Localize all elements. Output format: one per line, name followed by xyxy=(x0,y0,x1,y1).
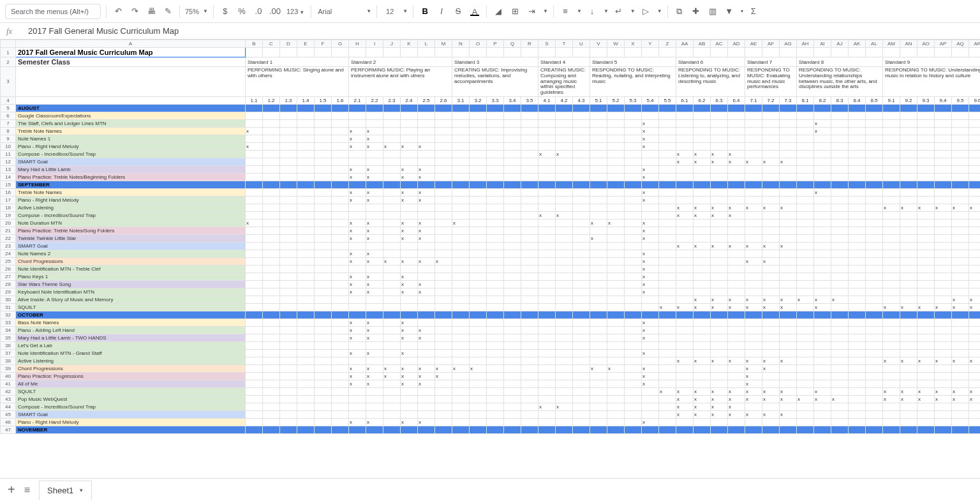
cell[interactable] xyxy=(745,150,762,158)
cell[interactable] xyxy=(694,380,711,387)
cell[interactable] xyxy=(504,165,521,173)
cell[interactable] xyxy=(607,357,625,364)
cell[interactable] xyxy=(538,204,556,211)
col-header[interactable]: AI xyxy=(814,40,831,48)
cell[interactable] xyxy=(383,426,401,433)
cell[interactable] xyxy=(487,410,504,418)
cell[interactable] xyxy=(504,181,521,188)
cell-label[interactable]: SQUILT xyxy=(16,303,246,311)
cell-label[interactable]: The Staff, Clefs and Ledger Lines MTN xyxy=(16,119,246,127)
cell[interactable] xyxy=(849,295,866,303)
cell[interactable]: x xyxy=(349,372,366,380)
cell[interactable] xyxy=(607,349,625,357)
cell[interactable] xyxy=(383,288,401,295)
cell[interactable]: x xyxy=(366,135,383,142)
cell[interactable] xyxy=(935,142,952,150)
cell[interactable] xyxy=(969,211,981,219)
cell[interactable] xyxy=(418,135,435,142)
cell[interactable]: x xyxy=(728,204,745,211)
cell[interactable]: x xyxy=(676,403,694,410)
cell[interactable] xyxy=(694,334,711,341)
row-header[interactable]: 38 xyxy=(1,357,16,364)
col-header[interactable]: AQ xyxy=(952,40,969,48)
cell[interactable] xyxy=(952,234,969,242)
cell[interactable] xyxy=(504,326,521,334)
cell[interactable] xyxy=(814,234,831,242)
cell[interactable] xyxy=(607,265,625,273)
cell[interactable] xyxy=(521,165,538,173)
cell[interactable]: x xyxy=(452,364,470,372)
cell[interactable]: x xyxy=(728,403,745,410)
cell[interactable] xyxy=(642,181,659,188)
cell[interactable] xyxy=(711,227,728,234)
row-header[interactable]: 18 xyxy=(1,204,16,211)
cell[interactable] xyxy=(401,403,418,410)
cell[interactable] xyxy=(797,380,814,387)
cell[interactable]: x xyxy=(349,196,366,204)
cell[interactable] xyxy=(849,196,866,204)
cell[interactable] xyxy=(246,204,263,211)
cell-label[interactable]: OCTOBER xyxy=(16,311,246,318)
cell[interactable] xyxy=(900,242,917,250)
cell[interactable] xyxy=(263,196,280,204)
cell[interactable] xyxy=(246,426,263,433)
cell[interactable] xyxy=(538,341,556,349)
cell[interactable] xyxy=(246,181,263,188)
cell[interactable]: x xyxy=(349,288,366,295)
cell[interactable]: x xyxy=(969,303,981,311)
cell[interactable] xyxy=(280,418,297,426)
cell[interactable] xyxy=(332,150,349,158)
col-header[interactable]: X xyxy=(625,40,642,48)
col-header[interactable]: N xyxy=(452,40,470,48)
cell[interactable] xyxy=(814,181,831,188)
cell[interactable] xyxy=(470,142,487,150)
row-header[interactable]: 27 xyxy=(1,273,16,280)
cell[interactable] xyxy=(883,403,900,410)
cell[interactable] xyxy=(297,104,315,112)
cell[interactable] xyxy=(849,211,866,219)
cell[interactable] xyxy=(607,387,625,395)
cell[interactable]: x xyxy=(676,410,694,418)
cell[interactable] xyxy=(590,48,607,57)
cell[interactable] xyxy=(659,158,676,165)
cell[interactable] xyxy=(762,112,780,119)
cell[interactable] xyxy=(969,234,981,242)
cell[interactable] xyxy=(418,104,435,112)
cell[interactable]: x xyxy=(694,295,711,303)
cell[interactable]: x xyxy=(383,364,401,372)
cell[interactable] xyxy=(470,250,487,257)
cell[interactable] xyxy=(263,341,280,349)
cell[interactable] xyxy=(849,380,866,387)
cell[interactable]: x xyxy=(435,364,452,372)
cell[interactable] xyxy=(849,357,866,364)
cell[interactable] xyxy=(452,257,470,265)
col-header[interactable]: G xyxy=(332,40,349,48)
cell[interactable] xyxy=(625,250,642,257)
cell[interactable] xyxy=(831,257,849,265)
cell[interactable] xyxy=(935,188,952,196)
cell[interactable] xyxy=(246,188,263,196)
cell[interactable] xyxy=(263,119,280,127)
cell[interactable] xyxy=(470,173,487,181)
cell[interactable] xyxy=(280,288,297,295)
cell[interactable] xyxy=(900,280,917,288)
cell[interactable] xyxy=(332,334,349,341)
row-header[interactable]: 20 xyxy=(1,219,16,227)
cell[interactable] xyxy=(814,135,831,142)
cell[interactable] xyxy=(780,280,797,288)
cell[interactable]: x xyxy=(642,227,659,234)
cell[interactable] xyxy=(263,334,280,341)
cell[interactable] xyxy=(831,273,849,280)
cell[interactable] xyxy=(694,165,711,173)
cell[interactable] xyxy=(556,349,573,357)
row-header[interactable]: 1 xyxy=(1,48,16,57)
cell[interactable] xyxy=(900,273,917,280)
cell[interactable] xyxy=(470,234,487,242)
cell[interactable]: x xyxy=(246,127,263,135)
cell[interactable] xyxy=(280,318,297,326)
cell[interactable] xyxy=(969,158,981,165)
cell[interactable] xyxy=(246,250,263,257)
cell[interactable] xyxy=(280,387,297,395)
cell[interactable] xyxy=(969,196,981,204)
cell[interactable] xyxy=(538,326,556,334)
